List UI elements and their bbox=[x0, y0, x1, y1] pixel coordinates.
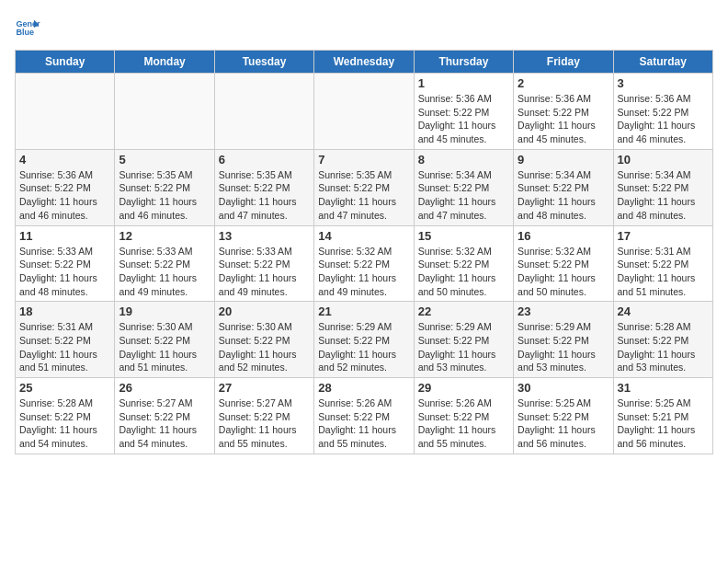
calendar-cell: 27Sunrise: 5:27 AM Sunset: 5:22 PM Dayli… bbox=[214, 378, 313, 454]
calendar-cell: 12Sunrise: 5:33 AM Sunset: 5:22 PM Dayli… bbox=[115, 225, 214, 302]
day-detail: Sunrise: 5:33 AM Sunset: 5:22 PM Dayligh… bbox=[19, 245, 110, 299]
calendar-cell: 6Sunrise: 5:35 AM Sunset: 5:22 PM Daylig… bbox=[214, 149, 313, 225]
day-detail: Sunrise: 5:30 AM Sunset: 5:22 PM Dayligh… bbox=[119, 320, 210, 374]
calendar-cell: 4Sunrise: 5:36 AM Sunset: 5:22 PM Daylig… bbox=[16, 149, 115, 225]
day-detail: Sunrise: 5:31 AM Sunset: 5:22 PM Dayligh… bbox=[618, 245, 709, 299]
weekday-sunday: Sunday bbox=[16, 51, 115, 74]
day-number: 31 bbox=[618, 381, 709, 395]
day-number: 18 bbox=[19, 304, 110, 318]
day-detail: Sunrise: 5:36 AM Sunset: 5:22 PM Dayligh… bbox=[518, 92, 609, 146]
day-detail: Sunrise: 5:35 AM Sunset: 5:22 PM Dayligh… bbox=[219, 168, 310, 223]
day-detail: Sunrise: 5:28 AM Sunset: 5:22 PM Dayligh… bbox=[19, 396, 110, 451]
day-detail: Sunrise: 5:35 AM Sunset: 5:22 PM Dayligh… bbox=[318, 168, 409, 223]
calendar-cell: 13Sunrise: 5:33 AM Sunset: 5:22 PM Dayli… bbox=[214, 225, 313, 302]
calendar-cell: 11Sunrise: 5:33 AM Sunset: 5:22 PM Dayli… bbox=[16, 225, 115, 302]
day-number: 12 bbox=[119, 229, 210, 243]
calendar-cell: 18Sunrise: 5:31 AM Sunset: 5:22 PM Dayli… bbox=[16, 302, 115, 378]
day-number: 22 bbox=[418, 304, 509, 318]
day-number: 25 bbox=[19, 381, 110, 395]
week-row-4: 18Sunrise: 5:31 AM Sunset: 5:22 PM Dayli… bbox=[16, 302, 713, 378]
day-detail: Sunrise: 5:27 AM Sunset: 5:22 PM Dayligh… bbox=[219, 396, 310, 451]
day-detail: Sunrise: 5:26 AM Sunset: 5:22 PM Dayligh… bbox=[318, 396, 409, 451]
day-number: 4 bbox=[19, 153, 110, 167]
day-number: 27 bbox=[219, 381, 310, 395]
day-detail: Sunrise: 5:29 AM Sunset: 5:22 PM Dayligh… bbox=[418, 320, 509, 374]
day-number: 14 bbox=[318, 229, 409, 243]
day-detail: Sunrise: 5:33 AM Sunset: 5:22 PM Dayligh… bbox=[219, 245, 310, 299]
day-detail: Sunrise: 5:34 AM Sunset: 5:22 PM Dayligh… bbox=[518, 168, 609, 223]
week-row-3: 11Sunrise: 5:33 AM Sunset: 5:22 PM Dayli… bbox=[16, 225, 713, 302]
weekday-wednesday: Wednesday bbox=[314, 51, 414, 74]
day-detail: Sunrise: 5:32 AM Sunset: 5:22 PM Dayligh… bbox=[518, 245, 609, 299]
calendar-cell: 16Sunrise: 5:32 AM Sunset: 5:22 PM Dayli… bbox=[514, 225, 613, 302]
day-number: 13 bbox=[219, 229, 310, 243]
calendar-cell: 29Sunrise: 5:26 AM Sunset: 5:22 PM Dayli… bbox=[414, 378, 513, 454]
calendar-header: SundayMondayTuesdayWednesdayThursdayFrid… bbox=[16, 51, 713, 74]
day-number: 9 bbox=[518, 153, 609, 167]
day-detail: Sunrise: 5:25 AM Sunset: 5:21 PM Dayligh… bbox=[618, 396, 709, 451]
week-row-1: 1Sunrise: 5:36 AM Sunset: 5:22 PM Daylig… bbox=[16, 74, 713, 150]
weekday-saturday: Saturday bbox=[613, 51, 712, 74]
day-number: 6 bbox=[219, 153, 310, 167]
weekday-monday: Monday bbox=[115, 51, 214, 74]
day-detail: Sunrise: 5:25 AM Sunset: 5:22 PM Dayligh… bbox=[518, 396, 609, 451]
calendar-cell: 9Sunrise: 5:34 AM Sunset: 5:22 PM Daylig… bbox=[514, 149, 613, 225]
day-number: 7 bbox=[318, 153, 409, 167]
day-detail: Sunrise: 5:36 AM Sunset: 5:22 PM Dayligh… bbox=[418, 92, 509, 146]
day-number: 26 bbox=[119, 381, 210, 395]
day-number: 17 bbox=[618, 229, 709, 243]
day-number: 3 bbox=[618, 76, 709, 90]
calendar-table: SundayMondayTuesdayWednesdayThursdayFrid… bbox=[15, 50, 713, 454]
day-detail: Sunrise: 5:32 AM Sunset: 5:22 PM Dayligh… bbox=[418, 245, 509, 299]
day-number: 11 bbox=[19, 229, 110, 243]
calendar-cell: 10Sunrise: 5:34 AM Sunset: 5:22 PM Dayli… bbox=[613, 149, 712, 225]
day-detail: Sunrise: 5:35 AM Sunset: 5:22 PM Dayligh… bbox=[119, 168, 210, 223]
day-detail: Sunrise: 5:34 AM Sunset: 5:22 PM Dayligh… bbox=[618, 168, 709, 223]
day-number: 8 bbox=[418, 153, 509, 167]
calendar-body: 1Sunrise: 5:36 AM Sunset: 5:22 PM Daylig… bbox=[16, 74, 713, 454]
calendar-cell: 17Sunrise: 5:31 AM Sunset: 5:22 PM Dayli… bbox=[613, 225, 712, 302]
logo: General Blue bbox=[15, 15, 44, 40]
calendar-cell: 14Sunrise: 5:32 AM Sunset: 5:22 PM Dayli… bbox=[314, 225, 414, 302]
calendar-cell: 24Sunrise: 5:28 AM Sunset: 5:22 PM Dayli… bbox=[613, 302, 712, 378]
calendar-cell: 30Sunrise: 5:25 AM Sunset: 5:22 PM Dayli… bbox=[514, 378, 613, 454]
day-detail: Sunrise: 5:31 AM Sunset: 5:22 PM Dayligh… bbox=[19, 320, 110, 374]
calendar-cell: 1Sunrise: 5:36 AM Sunset: 5:22 PM Daylig… bbox=[414, 74, 513, 150]
day-number: 21 bbox=[318, 304, 409, 318]
calendar-cell: 8Sunrise: 5:34 AM Sunset: 5:22 PM Daylig… bbox=[414, 149, 513, 225]
calendar-cell: 23Sunrise: 5:29 AM Sunset: 5:22 PM Dayli… bbox=[514, 302, 613, 378]
calendar-cell bbox=[314, 74, 414, 150]
calendar-cell: 28Sunrise: 5:26 AM Sunset: 5:22 PM Dayli… bbox=[314, 378, 414, 454]
calendar-cell bbox=[115, 74, 214, 150]
calendar-cell: 22Sunrise: 5:29 AM Sunset: 5:22 PM Dayli… bbox=[414, 302, 513, 378]
day-detail: Sunrise: 5:36 AM Sunset: 5:22 PM Dayligh… bbox=[618, 92, 709, 146]
weekday-friday: Friday bbox=[514, 51, 613, 74]
day-detail: Sunrise: 5:28 AM Sunset: 5:22 PM Dayligh… bbox=[618, 320, 709, 374]
day-number: 2 bbox=[518, 76, 609, 90]
weekday-thursday: Thursday bbox=[414, 51, 513, 74]
calendar-cell: 31Sunrise: 5:25 AM Sunset: 5:21 PM Dayli… bbox=[613, 378, 712, 454]
calendar-cell: 21Sunrise: 5:29 AM Sunset: 5:22 PM Dayli… bbox=[314, 302, 414, 378]
day-detail: Sunrise: 5:29 AM Sunset: 5:22 PM Dayligh… bbox=[518, 320, 609, 374]
day-number: 20 bbox=[219, 304, 310, 318]
day-number: 30 bbox=[518, 381, 609, 395]
calendar-cell: 2Sunrise: 5:36 AM Sunset: 5:22 PM Daylig… bbox=[514, 74, 613, 150]
logo-icon: General Blue bbox=[15, 15, 40, 40]
day-detail: Sunrise: 5:27 AM Sunset: 5:22 PM Dayligh… bbox=[119, 396, 210, 451]
day-number: 23 bbox=[518, 304, 609, 318]
day-number: 10 bbox=[618, 153, 709, 167]
calendar-cell bbox=[214, 74, 313, 150]
day-detail: Sunrise: 5:33 AM Sunset: 5:22 PM Dayligh… bbox=[119, 245, 210, 299]
day-detail: Sunrise: 5:26 AM Sunset: 5:22 PM Dayligh… bbox=[418, 396, 509, 451]
day-detail: Sunrise: 5:30 AM Sunset: 5:22 PM Dayligh… bbox=[219, 320, 310, 374]
day-detail: Sunrise: 5:34 AM Sunset: 5:22 PM Dayligh… bbox=[418, 168, 509, 223]
day-number: 19 bbox=[119, 304, 210, 318]
day-number: 28 bbox=[318, 381, 409, 395]
day-detail: Sunrise: 5:29 AM Sunset: 5:22 PM Dayligh… bbox=[318, 320, 409, 374]
page-header: General Blue bbox=[15, 15, 713, 40]
calendar-cell bbox=[16, 74, 115, 150]
day-number: 24 bbox=[618, 304, 709, 318]
day-detail: Sunrise: 5:32 AM Sunset: 5:22 PM Dayligh… bbox=[318, 245, 409, 299]
svg-text:Blue: Blue bbox=[16, 28, 34, 37]
calendar-cell: 19Sunrise: 5:30 AM Sunset: 5:22 PM Dayli… bbox=[115, 302, 214, 378]
